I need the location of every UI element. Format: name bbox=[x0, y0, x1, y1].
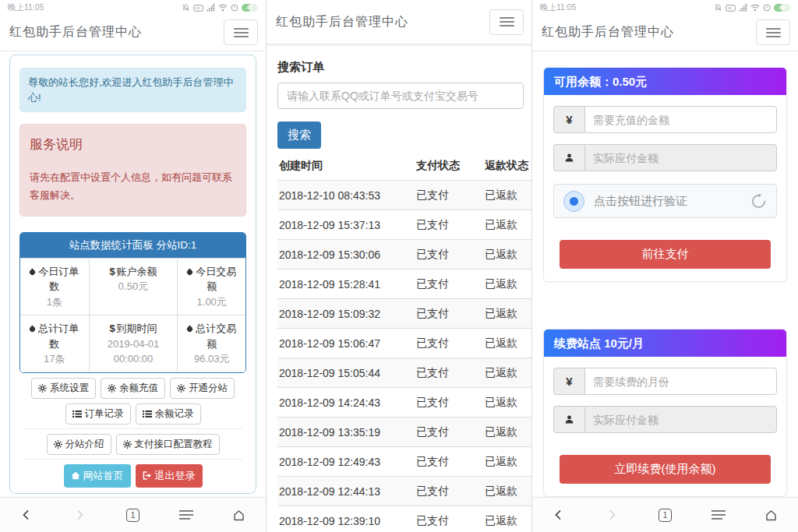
refund-status-cell: 已返款 bbox=[485, 484, 532, 499]
pay-status-cell: 已支付 bbox=[416, 366, 485, 380]
renew-months-input[interactable] bbox=[584, 368, 777, 395]
sign-out-icon bbox=[143, 471, 152, 480]
chevron-left-icon bbox=[553, 509, 565, 521]
payment-config-tutorial-button[interactable]: 支付接口配置教程 bbox=[116, 434, 220, 455]
status-bar: 晚上11:05 46 bbox=[532, 0, 798, 14]
android-nav-bar: 1 bbox=[532, 497, 798, 532]
android-nav-bar: 1 bbox=[0, 497, 266, 532]
order-row: 2018-12-09 12:44:13 已支付 已返款 bbox=[277, 477, 532, 506]
recharge-button[interactable]: 余额充值 bbox=[101, 378, 165, 399]
refresh-icon[interactable] bbox=[750, 193, 767, 210]
refund-status-cell: 已返款 bbox=[485, 396, 532, 410]
orders-content: 搜索订单 搜索 创建时间 支付状态 返款状态 操作 2018-12-10 08:… bbox=[267, 60, 531, 532]
logout-button[interactable]: 退出登录 bbox=[136, 464, 203, 488]
nav-home-button[interactable] bbox=[754, 498, 789, 532]
recharge-amount-input[interactable] bbox=[584, 106, 777, 133]
settings-button[interactable]: 系统设置 bbox=[31, 378, 96, 399]
nav-tabs-button[interactable]: 1 bbox=[648, 498, 682, 532]
recharge-payable-group bbox=[553, 144, 777, 171]
stats-panel-title: 站点数据统计面板 分站ID:1 bbox=[20, 233, 245, 258]
page-title: 红包助手后台管理中心 bbox=[9, 24, 142, 41]
hamburger-icon bbox=[766, 28, 781, 30]
order-search-input[interactable] bbox=[277, 83, 524, 109]
screen: 晚上11:05 47 红包助手后台管理中心 尊敬的站长您好,欢迎进入红包助手后台… bbox=[0, 0, 798, 532]
nav-forward-button[interactable] bbox=[62, 498, 97, 532]
recharge-card: 可用余额：0.50元 ¥ 点击按钮进行验证 前往支付 bbox=[543, 67, 787, 282]
action-row-4: 网站首页 退出登录 bbox=[18, 464, 248, 488]
yuan-icon: ¥ bbox=[553, 368, 584, 395]
action-row-3: 分站介绍 支付接口配置教程 bbox=[18, 434, 248, 455]
list-icon bbox=[143, 410, 152, 418]
droplet-icon bbox=[29, 268, 37, 276]
search-button[interactable]: 搜索 bbox=[277, 122, 321, 149]
refund-status-cell: 已返款 bbox=[485, 336, 532, 351]
order-row: 2018-12-09 15:05:44 已支付 已返款 bbox=[277, 358, 532, 388]
yuan-icon: ¥ bbox=[553, 106, 584, 133]
dashboard-card: 尊敬的站长您好,欢迎进入红包助手后台管理中心! 服务说明 请先在配置中设置个人信… bbox=[9, 55, 256, 494]
order-records-button[interactable]: 订单记录 bbox=[65, 403, 131, 425]
stat-cell-today-volume: 今日交易额 1.00元 bbox=[177, 258, 245, 315]
action-row-2: 订单记录 余额记录 bbox=[18, 403, 248, 425]
order-time-cell: 2018-12-09 13:35:19 bbox=[277, 426, 416, 439]
droplet-icon bbox=[29, 326, 37, 333]
order-row: 2018-12-09 15:09:32 已支付 已返款 bbox=[277, 299, 532, 329]
nav-back-button[interactable] bbox=[542, 498, 576, 532]
nav-back-button[interactable] bbox=[9, 498, 44, 532]
pay-status-cell: 已支付 bbox=[416, 307, 485, 321]
service-alert-title: 服务说明 bbox=[30, 136, 236, 153]
go-to-pay-button[interactable]: 前往支付 bbox=[560, 240, 771, 269]
sim-icon bbox=[726, 5, 736, 12]
pay-status-cell: 已支付 bbox=[416, 514, 485, 528]
subsite-intro-button[interactable]: 分站介绍 bbox=[47, 434, 111, 455]
nav-tabs-button[interactable]: 1 bbox=[115, 498, 150, 532]
menu-toggle-button[interactable] bbox=[224, 19, 258, 45]
page-title: 红包助手后台管理中心 bbox=[276, 14, 408, 30]
orders-table-header: 创建时间 支付状态 返款状态 操作 bbox=[277, 151, 532, 181]
service-alert-body: 请先在配置中设置个人信息，如有问题可联系客服解决。 bbox=[30, 169, 236, 205]
orders-table-body: 2018-12-10 08:43:53 已支付 已返款 2018-12-09 1… bbox=[277, 181, 532, 532]
status-icons: 47 bbox=[182, 4, 258, 12]
order-time-cell: 2018-12-09 15:28:41 bbox=[277, 278, 416, 291]
status-bar: 晚上11:05 47 bbox=[0, 0, 266, 14]
dollar-icon: $ bbox=[109, 266, 115, 277]
nav-forward-button[interactable] bbox=[595, 498, 629, 532]
refund-status-cell: 已返款 bbox=[485, 248, 532, 262]
nav-menu-button[interactable] bbox=[701, 498, 736, 532]
captcha-label: 点击按钮进行验证 bbox=[594, 194, 741, 209]
power-save-icon bbox=[763, 4, 771, 12]
refund-status-cell: 已返款 bbox=[485, 188, 532, 203]
open-subsite-button[interactable]: 开通分站 bbox=[170, 378, 235, 399]
droplet-icon bbox=[186, 326, 194, 333]
captcha-verify-button[interactable] bbox=[563, 191, 584, 212]
balance-records-button[interactable]: 余额记录 bbox=[136, 403, 201, 425]
column-header-refund-status: 返款状态 bbox=[485, 159, 532, 173]
user-icon bbox=[553, 144, 584, 171]
menu-toggle-button[interactable] bbox=[489, 9, 524, 35]
pay-status-cell: 已支付 bbox=[416, 248, 485, 262]
welcome-alert: 尊敬的站长您好,欢迎进入红包助手后台管理中心! bbox=[19, 68, 246, 112]
orders-table: 创建时间 支付状态 返款状态 操作 2018-12-10 08:43:53 已支… bbox=[277, 151, 532, 532]
divider bbox=[23, 428, 243, 429]
column-header-pay-status: 支付状态 bbox=[416, 159, 485, 173]
pay-status-cell: 已支付 bbox=[416, 277, 485, 291]
captcha-widget: 点击按钮进行验证 bbox=[553, 184, 777, 218]
pay-status-cell: 已支付 bbox=[416, 188, 485, 203]
renew-now-button[interactable]: 立即续费(使用余额) bbox=[560, 455, 771, 484]
order-row: 2018-12-09 15:30:06 已支付 已返款 bbox=[277, 240, 532, 270]
action-row-1: 系统设置 余额充值 开通分站 bbox=[18, 378, 248, 399]
stat-cell-total-orders: 总计订单数 17条 bbox=[20, 315, 89, 372]
refund-status-cell: 已返款 bbox=[485, 307, 532, 321]
pay-status-cell: 已支付 bbox=[416, 218, 485, 232]
user-icon bbox=[553, 406, 584, 433]
nav-menu-button[interactable] bbox=[169, 498, 203, 532]
panel-orders: 红包助手后台管理中心 搜索订单 搜索 创建时间 支付状态 返款状态 操作 bbox=[266, 0, 532, 532]
pay-status-cell: 已支付 bbox=[416, 425, 485, 439]
chevron-right-icon bbox=[606, 509, 618, 521]
pay-status-cell: 已支付 bbox=[416, 455, 485, 469]
signal-icon bbox=[739, 4, 747, 12]
wifi-icon bbox=[750, 4, 760, 12]
nav-home-button[interactable] bbox=[222, 498, 256, 532]
menu-toggle-button[interactable] bbox=[756, 19, 790, 45]
site-home-button[interactable]: 网站首页 bbox=[64, 464, 131, 488]
chevron-left-icon bbox=[20, 509, 33, 521]
